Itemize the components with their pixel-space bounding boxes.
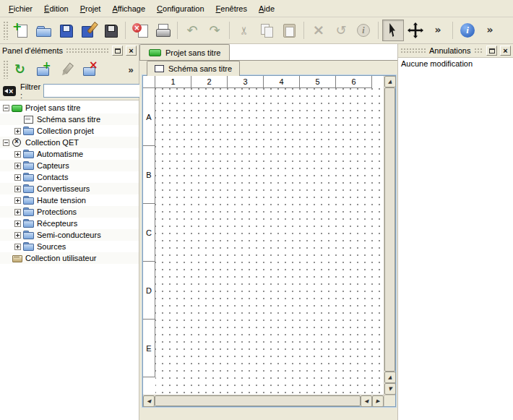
- horizontal-scrollbar[interactable]: [143, 395, 384, 406]
- expander-plus-icon[interactable]: [14, 186, 21, 192]
- paste-button[interactable]: [278, 20, 300, 41]
- new-project-button[interactable]: [10, 20, 32, 41]
- vertical-scroll-thumb[interactable]: [384, 87, 395, 372]
- arrow-left-icon: [364, 399, 368, 404]
- delete-button[interactable]: [308, 20, 329, 41]
- expander-plus-icon[interactable]: [14, 209, 21, 215]
- reload-collections-button[interactable]: [10, 60, 30, 79]
- redo-button[interactable]: [204, 20, 225, 41]
- elements-toolbar-drag-handle[interactable]: [3, 60, 8, 79]
- save-all-button[interactable]: [100, 20, 121, 41]
- undo-list-item[interactable]: Aucune modification: [398, 58, 513, 69]
- new-element-button[interactable]: [33, 60, 53, 79]
- chevron-icon: [429, 22, 447, 39]
- copy-button[interactable]: [256, 20, 277, 41]
- menu-item-configuration[interactable]: Configuration: [151, 1, 210, 16]
- toolbar-drag-handle[interactable]: [3, 21, 8, 40]
- undo-button[interactable]: [181, 20, 203, 41]
- expander-plus-icon[interactable]: [14, 151, 21, 158]
- clear-filter-button[interactable]: [3, 85, 17, 97]
- close-undo-panel-button[interactable]: [500, 46, 511, 56]
- tree-item-label: Schéma sans titre: [37, 115, 100, 124]
- float-undo-panel-button[interactable]: [486, 46, 497, 56]
- tab-projet-sans-titre[interactable]: Projet sans titre: [139, 44, 230, 60]
- print-button[interactable]: [152, 20, 173, 41]
- tree-item-capteurs[interactable]: Capteurs: [0, 160, 139, 171]
- about-button[interactable]: [457, 20, 478, 41]
- close-elements-panel-button[interactable]: [126, 46, 137, 56]
- row-header-a: A: [143, 88, 155, 146]
- close-project-button[interactable]: [129, 20, 151, 41]
- select-mode-button[interactable]: [382, 20, 404, 41]
- undo-panel-drag-handle-2[interactable]: [474, 48, 484, 53]
- scroll-right-button[interactable]: [372, 395, 384, 407]
- save-button[interactable]: [55, 20, 77, 41]
- tree-item-schema-sans-titre[interactable]: Schéma sans titre: [0, 113, 139, 125]
- expander-plus-icon[interactable]: [14, 163, 21, 169]
- folder-icon: [23, 231, 34, 239]
- horizontal-scroll-thumb[interactable]: [155, 395, 361, 406]
- menu-item-aide[interactable]: Aide: [253, 1, 280, 16]
- copy-icon: [258, 22, 275, 39]
- clear-filter-icon: [3, 86, 16, 96]
- rotate-button[interactable]: [330, 20, 352, 41]
- tree-item-collection-projet[interactable]: Collection projet: [0, 125, 139, 137]
- scroll-left-button[interactable]: [143, 395, 155, 407]
- expander-plus-icon[interactable]: [14, 220, 21, 227]
- tree-item-collection-qet[interactable]: Collection QET: [0, 137, 139, 148]
- tree-item-sources[interactable]: Sources: [0, 241, 139, 252]
- scroll-up-button-2[interactable]: [384, 372, 396, 383]
- elements-panel-drag-handle[interactable]: [66, 48, 109, 53]
- menu-item-edition[interactable]: Édition: [38, 1, 74, 16]
- scroll-left-button-2[interactable]: [361, 395, 372, 407]
- folder-icon: [23, 161, 34, 170]
- expander-minus-icon[interactable]: [3, 105, 9, 111]
- tree-item-semi-conducteurs[interactable]: Semi-conducteurs: [0, 229, 139, 241]
- undo-panel-drag-handle[interactable]: [400, 48, 426, 53]
- tree-item-convertisseurs[interactable]: Convertisseurs: [0, 183, 139, 194]
- toolbar-overflow-button[interactable]: [427, 20, 449, 41]
- move-mode-button[interactable]: [405, 20, 426, 41]
- schema-tabbar: Schéma sans titre: [142, 61, 396, 76]
- chevron-double-right-icon: [128, 66, 133, 74]
- arrow-up-icon: [388, 375, 392, 380]
- tree-item-protections[interactable]: Protections: [0, 206, 139, 218]
- expander-plus-icon[interactable]: [14, 197, 21, 204]
- expander-plus-icon[interactable]: [14, 244, 21, 250]
- tree-item-projet-sans-titre[interactable]: Projet sans titre: [0, 102, 139, 113]
- vertical-scrollbar[interactable]: [384, 76, 395, 395]
- filter-input[interactable]: [43, 84, 150, 98]
- arrow-down-icon: [388, 387, 392, 392]
- expander-plus-icon[interactable]: [14, 232, 21, 239]
- save-as-button[interactable]: [77, 20, 99, 41]
- cut-button[interactable]: [233, 20, 255, 41]
- delete-element-button[interactable]: [79, 60, 99, 79]
- expander-plus-icon[interactable]: [14, 128, 21, 134]
- scroll-down-button[interactable]: [384, 383, 396, 395]
- folder-icon: [23, 150, 34, 158]
- tree-item-recepteurs[interactable]: Récepteurs: [0, 218, 139, 229]
- edit-element-button[interactable]: [56, 60, 76, 79]
- elements-toolbar-overflow-button[interactable]: [125, 61, 137, 78]
- open-project-button[interactable]: [33, 20, 54, 41]
- schema-canvas[interactable]: [155, 88, 384, 395]
- element-info-button[interactable]: [353, 20, 374, 41]
- menu-item-projet[interactable]: Projet: [74, 1, 107, 16]
- filter-label: Filtrer :: [20, 82, 40, 100]
- menu-item-affichage[interactable]: Affichage: [106, 1, 151, 16]
- tree-item-contacts[interactable]: Contacts: [0, 171, 139, 183]
- scroll-up-button[interactable]: [384, 76, 396, 87]
- menu-item-fenetres[interactable]: Fenêtres: [210, 1, 253, 16]
- toolbar-separator: [375, 20, 381, 40]
- tree-item-collection-utilisateur[interactable]: Collection utilisateur: [0, 252, 139, 264]
- menu-item-fichier[interactable]: Fichier: [3, 1, 38, 16]
- tab-schema-sans-titre[interactable]: Schéma sans titre: [147, 61, 240, 76]
- tree-item-automatisme[interactable]: Automatisme: [0, 148, 139, 160]
- print-icon: [154, 22, 171, 39]
- float-elements-panel-button[interactable]: [112, 46, 123, 56]
- tree-item-haute-tension[interactable]: Haute tension: [0, 194, 139, 206]
- toolbar-overflow-2-button[interactable]: [479, 20, 501, 41]
- expander-plus-icon[interactable]: [14, 174, 21, 181]
- expander-minus-icon[interactable]: [3, 140, 9, 146]
- user-icon: [12, 254, 22, 262]
